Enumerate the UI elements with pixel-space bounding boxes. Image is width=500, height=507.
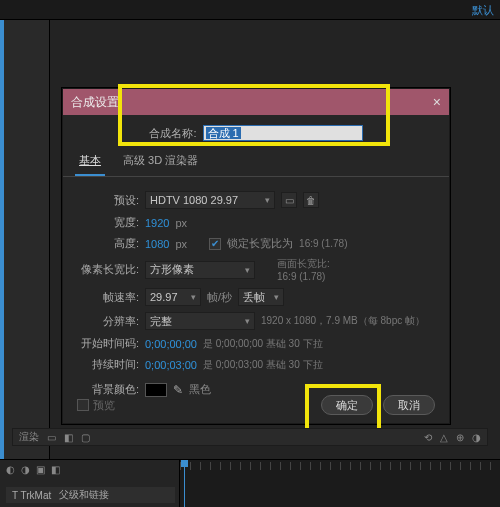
timeline-icon[interactable]: ◧ (51, 464, 60, 475)
toolbar-icon[interactable]: ⊕ (456, 432, 464, 443)
px-unit2: px (175, 238, 187, 250)
timeline-icon[interactable]: ◐ (6, 464, 15, 475)
col-trkmat: T TrkMat (12, 490, 51, 501)
dropframe-select[interactable]: 丢帧 (238, 288, 284, 306)
start-tc-value[interactable]: 0;00;00;00 (145, 338, 197, 350)
playhead[interactable] (184, 460, 185, 507)
toolbar-icon[interactable]: ◧ (64, 432, 73, 443)
toolbar-icon[interactable]: ⟲ (424, 432, 432, 443)
res-label: 分辨率: (77, 314, 139, 329)
save-preset-icon[interactable]: ▭ (281, 192, 297, 208)
cancel-button[interactable]: 取消 (383, 395, 435, 415)
start-tc-label: 开始时间码: (77, 336, 139, 351)
tab-basic[interactable]: 基本 (75, 149, 105, 176)
duration-label: 持续时间: (77, 357, 139, 372)
delete-preset-icon[interactable]: 🗑 (303, 192, 319, 208)
render-label[interactable]: 渲染 (19, 430, 39, 444)
duration-value[interactable]: 0;00;03;00 (145, 359, 197, 371)
duration-hint: 是 0;00;03;00 基础 30 下拉 (203, 358, 323, 372)
comp-name-label: 合成名称: (149, 126, 196, 141)
lock-aspect-ratio: 16:9 (1.78) (299, 238, 347, 249)
par-label: 像素长宽比: (77, 262, 139, 277)
composition-settings-dialog: 合成设置 × 合成名称: 合成 1 基本 高级 3D 渲染器 预设: HDTV … (62, 88, 450, 424)
height-label: 高度: (77, 236, 139, 251)
height-value[interactable]: 1080 (145, 238, 169, 250)
lock-aspect-checkbox[interactable] (209, 238, 221, 250)
comp-name-input[interactable]: 合成 1 (203, 125, 363, 141)
default-layout-link[interactable]: 默认 (472, 3, 494, 18)
width-value[interactable]: 1920 (145, 217, 169, 229)
frame-aspect-value: 16:9 (1.78) (277, 271, 330, 282)
toolbar-icon[interactable]: ◑ (472, 432, 481, 443)
preset-select[interactable]: HDTV 1080 29.97 (145, 191, 275, 209)
px-unit: px (175, 217, 187, 229)
timeline-panel: ◐ ◑ ▣ ◧ T TrkMat 父级和链接 (0, 459, 500, 507)
res-hint: 1920 x 1080，7.9 MB（每 8bpc 帧） (261, 314, 425, 328)
lock-aspect-label: 锁定长宽比为 (227, 236, 293, 251)
timeline-icon[interactable]: ▣ (36, 464, 45, 475)
col-parent: 父级和链接 (59, 488, 109, 502)
toolbar-icon[interactable]: ▢ (81, 432, 90, 443)
panel-toolbar: 渲染 ▭ ◧ ▢ ⟲ △ ⊕ ◑ (12, 428, 488, 446)
ok-button[interactable]: 确定 (321, 395, 373, 415)
par-select[interactable]: 方形像素 (145, 261, 255, 279)
fps-select[interactable]: 29.97 (145, 288, 201, 306)
preview-checkbox[interactable] (77, 399, 89, 411)
res-select[interactable]: 完整 (145, 312, 255, 330)
preview-label: 预览 (93, 398, 115, 413)
preset-label: 预设: (77, 193, 139, 208)
fps-label: 帧速率: (77, 290, 139, 305)
fps-unit: 帧/秒 (207, 290, 232, 305)
timeline-columns: T TrkMat 父级和链接 (6, 487, 175, 503)
tab-advanced[interactable]: 高级 3D 渲染器 (119, 149, 202, 176)
toolbar-icon[interactable]: ▭ (47, 432, 56, 443)
width-label: 宽度: (77, 215, 139, 230)
toolbar-icon[interactable]: △ (440, 432, 448, 443)
dialog-titlebar: 合成设置 × (63, 89, 449, 115)
dialog-title: 合成设置 (71, 94, 119, 111)
time-ruler[interactable] (180, 462, 500, 470)
timeline-icon[interactable]: ◑ (21, 464, 30, 475)
start-tc-hint: 是 0;00;00;00 基础 30 下拉 (203, 337, 323, 351)
frame-aspect-label: 画面长宽比: (277, 257, 330, 271)
close-icon[interactable]: × (433, 94, 441, 110)
